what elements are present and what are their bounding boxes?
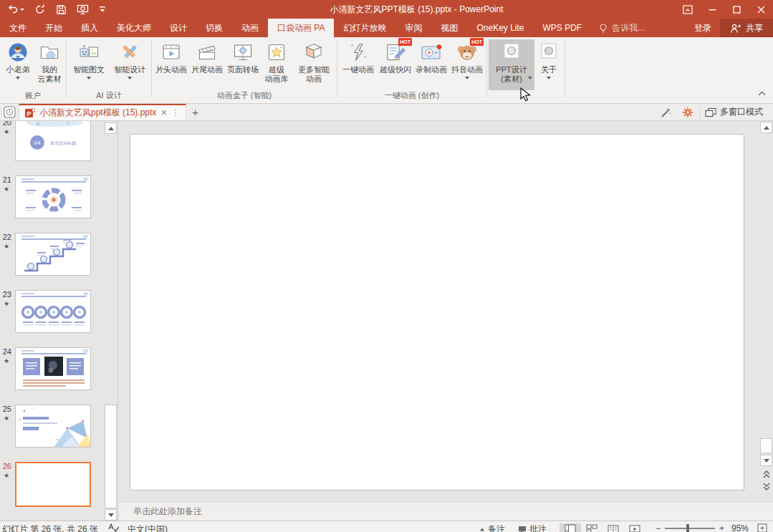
zoom-out-button[interactable]: − (656, 523, 661, 532)
slide-item-22[interactable]: 22 ★ (0, 233, 105, 284)
zoom-in-button[interactable]: + (719, 523, 724, 532)
normal-view-button[interactable] (560, 523, 581, 532)
slide-canvas[interactable] (130, 134, 744, 490)
slideshow-view-button[interactable] (624, 523, 645, 532)
slide-thumbnail[interactable] (15, 175, 91, 218)
main-scroll-down-button[interactable] (760, 455, 772, 466)
smart-graphics-button[interactable]: 智能图文 (68, 39, 110, 90)
comments-toggle-button[interactable]: 批注 (518, 523, 547, 532)
notes-pane[interactable]: 单击此处添加备注 (119, 501, 773, 521)
tab-close-icon[interactable]: ✕ (160, 108, 167, 117)
slide-item-24[interactable]: 24 ★ (0, 347, 105, 399)
main-scroll-up-button[interactable] (760, 122, 772, 133)
smart-design-button[interactable]: 智能设计 (110, 39, 150, 90)
tab-view[interactable]: 视图 (431, 19, 467, 37)
super-animation-library-button[interactable]: 超级 动画库 (261, 39, 292, 90)
slide-thumbnail[interactable] (15, 347, 91, 390)
customize-qat-button[interactable] (99, 5, 106, 14)
tab-review[interactable]: 审阅 (395, 19, 431, 37)
status-bar: 幻灯片 第 26 张, 共 26 张 中文(中国) 备注 批注 − (0, 521, 773, 532)
page-transition-button[interactable]: 页面转场 (225, 39, 261, 90)
collapse-ribbon-button[interactable] (758, 90, 766, 97)
slide-item-20[interactable]: 20 ★ 04 单击添加标题 (0, 121, 105, 170)
redo-button[interactable] (34, 4, 46, 15)
panel-scroll-up-button[interactable] (105, 122, 117, 134)
document-tab[interactable]: P 小清新文艺风ppt模板 (15).pptx ✕ ⋮ (19, 104, 186, 120)
magic-wand-button[interactable] (657, 105, 676, 120)
start-from-beginning-button[interactable] (77, 4, 89, 15)
douyin-animation-label: 抖音动画 (451, 65, 483, 74)
slide-thumbnail[interactable] (15, 405, 91, 448)
doc-bar-app-button[interactable] (0, 104, 19, 120)
slide-thumbnail[interactable]: 04 单击添加标题 (15, 121, 91, 161)
slide-counter: 幻灯片 第 26 张, 共 26 张 (2, 523, 98, 532)
record-animation-button[interactable]: 录制动画 (413, 39, 449, 90)
close-button[interactable] (749, 0, 773, 19)
zoom-level[interactable]: 95% (731, 523, 749, 532)
tab-transitions[interactable]: 切换 (196, 19, 232, 37)
tab-onekey-lite[interactable]: OneKey Lite (467, 19, 533, 37)
fit-to-window-button[interactable] (757, 523, 767, 532)
main-scrollbar-thumb[interactable] (760, 438, 772, 453)
tab-file[interactable]: 文件 (0, 19, 36, 37)
slide-item-25[interactable]: 25 ★ (0, 405, 105, 456)
thumb-20-graphic: 04 单击添加标题 (16, 121, 91, 161)
slide-thumbnail-selected[interactable] (15, 462, 91, 507)
ppt-design-assets-button[interactable]: PPT设计 (素材) (489, 39, 534, 90)
share-button[interactable]: 共享 (720, 19, 773, 37)
settings-gear-button[interactable] (678, 105, 697, 120)
notes-toggle-button[interactable]: 备注 (479, 523, 505, 532)
reading-view-button[interactable] (602, 523, 624, 532)
about-button[interactable]: 关于 (534, 39, 563, 90)
slide-item-26-selected[interactable]: 26 ★ (0, 462, 105, 513)
more-smart-animation-label: 更多智能 动画 (298, 65, 330, 84)
work-area: 20 ★ 04 单击添加标题 21 ★ (0, 121, 773, 521)
tell-me-box[interactable]: 告诉我... (591, 19, 652, 37)
slide-thumbnail[interactable] (15, 233, 91, 276)
slide-item-23[interactable]: 23 ★ (0, 290, 105, 342)
my-cloud-assets-label: 我的 云素材 (38, 65, 62, 84)
save-button[interactable] (56, 4, 67, 15)
my-cloud-assets-button[interactable]: 我的 云素材 (34, 39, 64, 90)
notes-placeholder: 单击此处添加备注 (133, 506, 202, 518)
multi-window-mode-button[interactable]: 多窗口模式 (700, 106, 767, 119)
opening-animation-button[interactable]: 片头动画 (153, 39, 189, 90)
super-flash-button[interactable]: HOT 超级快闪 (378, 39, 413, 90)
tab-beautify-master[interactable]: 美化大师 (107, 19, 160, 37)
tab-insert[interactable]: 插入 (72, 19, 107, 37)
super-animation-library-icon (266, 42, 287, 63)
customize-qat-icon (99, 5, 106, 14)
tab-home[interactable]: 开始 (36, 19, 72, 37)
tab-menu-icon[interactable]: ⋮ (172, 108, 180, 117)
minimize-button[interactable] (700, 0, 724, 19)
new-tab-button[interactable]: + (186, 104, 205, 120)
slide-sorter-view-button[interactable] (581, 523, 602, 532)
undo-button[interactable] (7, 4, 24, 15)
minimize-icon (709, 6, 716, 14)
login-button[interactable]: 登录 (686, 19, 720, 37)
tab-design[interactable]: 设计 (160, 19, 196, 37)
zoom-slider-thumb[interactable] (686, 524, 689, 532)
more-smart-animation-button[interactable]: 更多智能 动画 (292, 39, 335, 90)
panel-scroll-down-button[interactable] (105, 509, 117, 521)
previous-slide-button[interactable] (762, 469, 772, 479)
slide-item-21[interactable]: 21 ★ (0, 175, 105, 227)
window-title: 小清新文艺风PPT模板 (15).pptx - PowerPoint (158, 4, 676, 16)
ribbon-display-options-button[interactable] (676, 0, 700, 19)
tab-pocket-animation[interactable]: 口袋动画 PA (268, 19, 334, 37)
xiaolaodi-button[interactable]: 小老弟 (1, 39, 34, 90)
panel-scrollbar-thumb[interactable] (105, 405, 117, 508)
ending-animation-button[interactable]: 片尾动画 (189, 39, 225, 90)
next-slide-button[interactable] (762, 481, 772, 491)
redo-icon (34, 4, 46, 15)
onekey-animation-button[interactable]: 一键动画 (339, 39, 378, 90)
slide-thumbnail[interactable] (15, 290, 91, 333)
spellcheck-button[interactable] (108, 523, 119, 532)
douyin-animation-button[interactable]: HOT 抖音动画 (449, 39, 485, 90)
tab-wps-pdf[interactable]: WPS PDF (534, 19, 592, 37)
language-indicator[interactable]: 中文(中国) (128, 523, 168, 532)
zoom-slider[interactable] (665, 523, 715, 532)
maximize-button[interactable] (724, 0, 749, 19)
tab-animations[interactable]: 动画 (232, 19, 268, 37)
tab-slideshow[interactable]: 幻灯片放映 (334, 19, 395, 37)
